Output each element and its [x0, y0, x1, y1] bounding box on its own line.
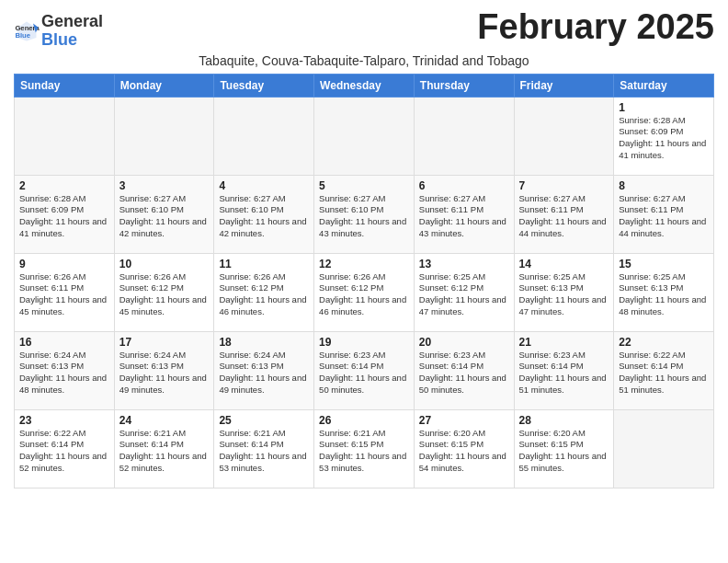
day-info: Sunrise: 6:28 AM Sunset: 6:09 PM Dayligh…: [19, 193, 109, 240]
weekday-header-row: SundayMondayTuesdayWednesdayThursdayFrid…: [15, 74, 714, 97]
calendar-cell: [114, 97, 214, 175]
day-info: Sunrise: 6:26 AM Sunset: 6:11 PM Dayligh…: [19, 271, 109, 318]
week-row-5: 23Sunrise: 6:22 AM Sunset: 6:14 PM Dayli…: [15, 409, 714, 488]
calendar-cell: 2Sunrise: 6:28 AM Sunset: 6:09 PM Daylig…: [15, 175, 115, 253]
day-info: Sunrise: 6:24 AM Sunset: 6:13 PM Dayligh…: [19, 350, 109, 396]
day-info: Sunrise: 6:20 AM Sunset: 6:15 PM Dayligh…: [519, 428, 609, 475]
calendar-cell: 6Sunrise: 6:27 AM Sunset: 6:11 PM Daylig…: [414, 175, 514, 253]
day-number: 28: [519, 414, 609, 427]
day-number: 7: [519, 179, 609, 192]
calendar-cell: 10Sunrise: 6:26 AM Sunset: 6:12 PM Dayli…: [114, 253, 214, 331]
weekday-header-wednesday: Wednesday: [314, 74, 415, 97]
calendar-cell: 1Sunrise: 6:28 AM Sunset: 6:09 PM Daylig…: [614, 97, 714, 175]
calendar-cell: 21Sunrise: 6:23 AM Sunset: 6:14 PM Dayli…: [514, 331, 614, 409]
calendar-cell: 23Sunrise: 6:22 AM Sunset: 6:14 PM Dayli…: [15, 409, 115, 488]
calendar-cell: 24Sunrise: 6:21 AM Sunset: 6:14 PM Dayli…: [114, 409, 214, 488]
calendar-cell: 19Sunrise: 6:23 AM Sunset: 6:14 PM Dayli…: [314, 331, 415, 409]
calendar-cell: 27Sunrise: 6:20 AM Sunset: 6:15 PM Dayli…: [414, 409, 514, 488]
day-info: Sunrise: 6:23 AM Sunset: 6:14 PM Dayligh…: [319, 350, 409, 396]
day-number: 23: [19, 414, 109, 427]
calendar-cell: 20Sunrise: 6:23 AM Sunset: 6:14 PM Dayli…: [414, 331, 514, 409]
weekday-header-thursday: Thursday: [414, 74, 514, 97]
day-number: 2: [19, 179, 109, 192]
day-info: Sunrise: 6:25 AM Sunset: 6:13 PM Dayligh…: [619, 271, 709, 318]
week-row-4: 16Sunrise: 6:24 AM Sunset: 6:13 PM Dayli…: [15, 331, 714, 409]
calendar-cell: 17Sunrise: 6:24 AM Sunset: 6:13 PM Dayli…: [114, 331, 214, 409]
day-number: 16: [19, 336, 109, 349]
header: General Blue GeneralBlue February 2025: [14, 9, 714, 50]
day-number: 25: [219, 414, 309, 427]
month-title: February 2025: [477, 9, 714, 44]
day-info: Sunrise: 6:27 AM Sunset: 6:11 PM Dayligh…: [619, 193, 709, 240]
calendar-cell: [414, 97, 514, 175]
calendar-cell: 5Sunrise: 6:27 AM Sunset: 6:10 PM Daylig…: [314, 175, 415, 253]
day-info: Sunrise: 6:27 AM Sunset: 6:11 PM Dayligh…: [519, 193, 609, 240]
week-row-3: 9Sunrise: 6:26 AM Sunset: 6:11 PM Daylig…: [15, 253, 714, 331]
calendar-cell: 26Sunrise: 6:21 AM Sunset: 6:15 PM Dayli…: [314, 409, 415, 488]
day-number: 14: [519, 258, 609, 270]
calendar-cell: [514, 97, 614, 175]
day-info: Sunrise: 6:27 AM Sunset: 6:10 PM Dayligh…: [319, 193, 409, 240]
calendar-cell: 25Sunrise: 6:21 AM Sunset: 6:14 PM Dayli…: [214, 409, 314, 488]
day-info: Sunrise: 6:24 AM Sunset: 6:13 PM Dayligh…: [219, 350, 309, 396]
day-number: 1: [619, 101, 709, 114]
day-info: Sunrise: 6:22 AM Sunset: 6:14 PM Dayligh…: [619, 350, 709, 396]
calendar-cell: 11Sunrise: 6:26 AM Sunset: 6:12 PM Dayli…: [214, 253, 314, 331]
calendar-cell: 28Sunrise: 6:20 AM Sunset: 6:15 PM Dayli…: [514, 409, 614, 488]
day-number: 4: [219, 179, 309, 192]
day-info: Sunrise: 6:27 AM Sunset: 6:11 PM Dayligh…: [419, 193, 509, 240]
day-number: 18: [219, 336, 309, 349]
calendar-cell: 12Sunrise: 6:26 AM Sunset: 6:12 PM Dayli…: [314, 253, 415, 331]
day-info: Sunrise: 6:26 AM Sunset: 6:12 PM Dayligh…: [219, 271, 309, 318]
calendar-cell: 22Sunrise: 6:22 AM Sunset: 6:14 PM Dayli…: [614, 331, 714, 409]
day-info: Sunrise: 6:26 AM Sunset: 6:12 PM Dayligh…: [119, 271, 210, 318]
day-number: 19: [319, 336, 409, 349]
day-info: Sunrise: 6:24 AM Sunset: 6:13 PM Dayligh…: [119, 350, 210, 396]
logo-blue-text: Blue: [41, 30, 77, 49]
day-info: Sunrise: 6:27 AM Sunset: 6:10 PM Dayligh…: [119, 193, 210, 240]
calendar-cell: 14Sunrise: 6:25 AM Sunset: 6:13 PM Dayli…: [514, 253, 614, 331]
calendar-cell: 9Sunrise: 6:26 AM Sunset: 6:11 PM Daylig…: [15, 253, 115, 331]
day-number: 22: [619, 336, 709, 349]
logo: General Blue GeneralBlue: [14, 13, 103, 50]
day-number: 17: [119, 336, 210, 349]
week-row-2: 2Sunrise: 6:28 AM Sunset: 6:09 PM Daylig…: [15, 175, 714, 253]
day-info: Sunrise: 6:28 AM Sunset: 6:09 PM Dayligh…: [619, 115, 709, 162]
day-info: Sunrise: 6:21 AM Sunset: 6:14 PM Dayligh…: [219, 428, 309, 475]
day-number: 3: [119, 179, 210, 192]
day-number: 9: [19, 258, 109, 270]
day-number: 10: [119, 258, 210, 270]
day-number: 20: [419, 336, 509, 349]
calendar-cell: 15Sunrise: 6:25 AM Sunset: 6:13 PM Dayli…: [614, 253, 714, 331]
calendar-table: SundayMondayTuesdayWednesdayThursdayFrid…: [14, 74, 714, 488]
day-info: Sunrise: 6:20 AM Sunset: 6:15 PM Dayligh…: [419, 428, 509, 475]
weekday-header-tuesday: Tuesday: [214, 74, 314, 97]
day-info: Sunrise: 6:27 AM Sunset: 6:10 PM Dayligh…: [219, 193, 309, 240]
calendar-cell: 7Sunrise: 6:27 AM Sunset: 6:11 PM Daylig…: [514, 175, 614, 253]
day-info: Sunrise: 6:23 AM Sunset: 6:14 PM Dayligh…: [519, 350, 609, 396]
calendar-cell: [214, 97, 314, 175]
calendar-cell: 8Sunrise: 6:27 AM Sunset: 6:11 PM Daylig…: [614, 175, 714, 253]
weekday-header-sunday: Sunday: [15, 74, 115, 97]
day-info: Sunrise: 6:23 AM Sunset: 6:14 PM Dayligh…: [419, 350, 509, 396]
calendar-cell: [614, 409, 714, 488]
generalblue-logo-icon: General Blue: [14, 18, 40, 44]
day-info: Sunrise: 6:21 AM Sunset: 6:14 PM Dayligh…: [119, 428, 210, 475]
week-row-1: 1Sunrise: 6:28 AM Sunset: 6:09 PM Daylig…: [15, 97, 714, 175]
day-number: 5: [319, 179, 409, 192]
calendar-cell: 4Sunrise: 6:27 AM Sunset: 6:10 PM Daylig…: [214, 175, 314, 253]
day-number: 11: [219, 258, 309, 270]
day-info: Sunrise: 6:26 AM Sunset: 6:12 PM Dayligh…: [319, 271, 409, 318]
day-number: 27: [419, 414, 509, 427]
day-number: 6: [419, 179, 509, 192]
logo-general-text: General: [41, 12, 103, 30]
day-number: 26: [319, 414, 409, 427]
day-info: Sunrise: 6:25 AM Sunset: 6:13 PM Dayligh…: [519, 271, 609, 318]
day-number: 24: [119, 414, 210, 427]
day-number: 8: [619, 179, 709, 192]
calendar-cell: [15, 97, 115, 175]
svg-text:Blue: Blue: [15, 31, 30, 40]
calendar-cell: 3Sunrise: 6:27 AM Sunset: 6:10 PM Daylig…: [114, 175, 214, 253]
day-info: Sunrise: 6:22 AM Sunset: 6:14 PM Dayligh…: [19, 428, 109, 475]
day-info: Sunrise: 6:21 AM Sunset: 6:15 PM Dayligh…: [319, 428, 409, 475]
